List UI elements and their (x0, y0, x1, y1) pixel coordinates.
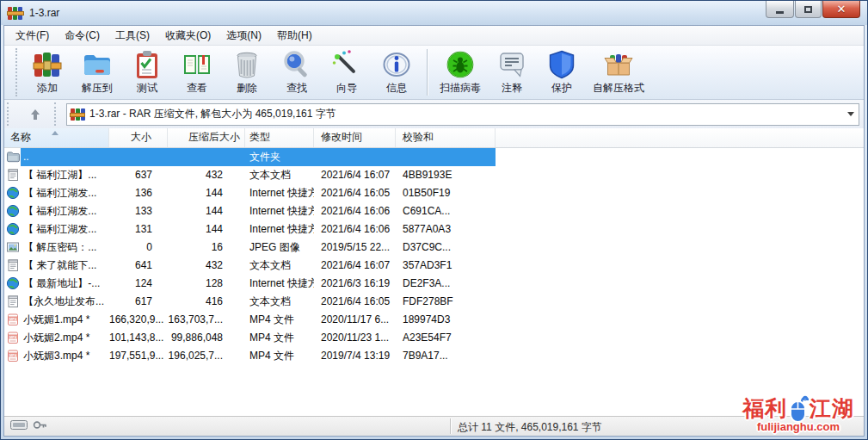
row-body[interactable]: 【 福利江湖发...136144Internet 快捷方式2021/6/4 16… (21, 184, 496, 202)
toolbar-gripper (15, 48, 20, 96)
menu-item-5[interactable]: 选项(N) (219, 26, 269, 46)
table-row[interactable]: MP4小妩媚1.mp4 *166,320,9...163,703,7...MP4… (4, 311, 864, 329)
toolbar-button-label: 解压到 (82, 81, 113, 96)
toolbar-button-test[interactable]: 测试 (122, 46, 172, 97)
cell-packed (168, 148, 245, 166)
key-icon[interactable] (33, 419, 47, 433)
cell-packed: 163,703,7... (168, 311, 245, 329)
row-body[interactable]: 【 福利江湖】...637432文本文档2021/6/4 16:074BB919… (21, 166, 496, 184)
row-body[interactable]: 小妩媚3.mp4 *197,551,9...196,025,7...MP4 文件… (21, 347, 496, 365)
svg-text:MP4: MP4 (9, 317, 17, 321)
menu-item-6[interactable]: 帮助(H) (269, 26, 320, 46)
close-button[interactable]: ✕ (822, 1, 860, 18)
svg-text:MP4: MP4 (9, 353, 17, 357)
cell-size: 101,143,8... (109, 329, 168, 347)
cell-size (109, 148, 168, 166)
table-row[interactable]: 【 福利江湖发...131144Internet 快捷方式2021/6/4 16… (4, 220, 864, 239)
toolbar: 添加解压到测试查看删除查找向导信息扫描病毒注释保护自解压格式 (4, 46, 864, 100)
row-body[interactable]: 【 福利江湖发...131144Internet 快捷方式2021/6/4 16… (21, 220, 496, 239)
table-row[interactable]: 【 解压密码：...016JPEG 图像2019/5/15 22...D37C9… (4, 239, 864, 257)
file-list: 名称大小压缩后大小类型修改时间校验和 ..文件夹【 福利江湖】...637432… (4, 128, 864, 417)
toolbar-button-comment[interactable]: 注释 (487, 46, 537, 97)
toolbar-button-label: 保护 (551, 81, 572, 96)
svg-text:MP4: MP4 (9, 335, 17, 339)
cell-size: 131 (109, 220, 168, 239)
cell-sum: 5877A0A3 (396, 220, 496, 239)
toolbar-button-view[interactable]: 查看 (172, 46, 222, 97)
table-row[interactable]: MP4小妩媚3.mp4 *197,551,9...196,025,7...MP4… (4, 347, 864, 365)
menu-item-4[interactable]: 收藏夹(O) (157, 26, 219, 46)
row-body[interactable]: 小妩媚1.mp4 *166,320,9...163,703,7...MP4 文件… (21, 311, 496, 329)
table-row[interactable]: 【 最新地址】-...124128Internet 快捷方式2021/6/3 1… (4, 275, 864, 293)
toolbar-button-protect[interactable]: 保护 (537, 46, 587, 97)
text-icon (6, 168, 20, 182)
table-row[interactable]: 【 福利江湖】...637432文本文档2021/6/4 16:074BB919… (4, 166, 864, 184)
selected-row-body[interactable]: ..文件夹 (21, 148, 496, 166)
minimize-button[interactable] (766, 1, 794, 18)
wizard-icon (331, 49, 362, 80)
column-header-2[interactable]: 大小 (109, 128, 168, 147)
row-body[interactable]: 【 来了就能下...641432文本文档2021/6/4 16:07357AD3… (21, 257, 496, 275)
row-body[interactable]: 【 解压密码：...016JPEG 图像2019/5/15 22...D37C9… (21, 239, 496, 257)
address-bar: 1-3.rar - RAR 压缩文件, 解包大小为 465,019,161 字节 (4, 100, 864, 129)
menu-item-3[interactable]: 工具(S) (108, 26, 157, 46)
archive-path-combobox[interactable]: 1-3.rar - RAR 压缩文件, 解包大小为 465,019,161 字节 (66, 103, 859, 126)
column-header-6[interactable]: 校验和 (396, 128, 496, 147)
cell-mod: 2021/6/4 16:05 (314, 184, 396, 202)
up-one-level-button[interactable] (19, 103, 52, 126)
table-row[interactable]: ..文件夹 (4, 148, 864, 166)
table-row[interactable]: 【永久地址发布...617416文本文档2021/6/4 16:05FDF278… (4, 293, 864, 311)
toolbar-button-label: 删除 (237, 81, 257, 96)
toolbar-button-label: 向导 (336, 81, 357, 96)
toolbar-button-find[interactable]: 查找 (272, 46, 322, 97)
cell-name: 【 福利江湖发... (21, 184, 109, 202)
row-body[interactable]: 【 福利江湖发...133144Internet 快捷方式2021/6/4 16… (21, 202, 496, 220)
cell-packed: 99,886,048 (168, 329, 245, 347)
menu-item-2[interactable]: 命令(C) (57, 26, 108, 46)
toolbar-button-scan[interactable]: 扫描病毒 (434, 46, 487, 97)
cell-type: Internet 快捷方式 (245, 275, 314, 293)
cell-size: 136 (109, 184, 168, 202)
column-header-5[interactable]: 修改时间 (314, 128, 396, 147)
title-bar: 1-3.rar ✕ (1, 1, 867, 25)
drive-icon[interactable] (10, 419, 28, 433)
row-body[interactable]: 小妩媚2.mp4 *101,143,8...99,886,048MP4 文件20… (21, 329, 496, 347)
toolbar-button-sfx[interactable]: 自解压格式 (587, 46, 650, 97)
cell-type: Internet 快捷方式 (245, 202, 314, 220)
toolbar-button-extract[interactable]: 解压到 (72, 46, 122, 97)
cell-type: 文件夹 (245, 148, 314, 166)
archive-info-text: 1-3.rar - RAR 压缩文件, 解包大小为 465,019,161 字节 (89, 107, 843, 121)
cell-mod: 2021/6/4 16:07 (314, 166, 396, 184)
cell-type: MP4 文件 (245, 311, 314, 329)
cell-name: .. (21, 148, 109, 166)
toolbar-button-delete[interactable]: 删除 (222, 46, 272, 97)
cell-packed: 432 (168, 166, 245, 184)
cell-sum: DE2F3A... (396, 275, 496, 293)
table-row[interactable]: MP4小妩媚2.mp4 *101,143,8...99,886,048MP4 文… (4, 329, 864, 347)
column-header-3[interactable]: 压缩后大小 (168, 128, 245, 147)
menu-item-1[interactable]: 文件(F) (8, 26, 57, 46)
column-header-4[interactable]: 类型 (245, 128, 314, 147)
comment-icon (496, 49, 527, 80)
cell-packed: 196,025,7... (168, 347, 245, 365)
mp4-icon: MP4 (6, 313, 20, 326)
cell-type: MP4 文件 (245, 347, 314, 365)
column-header-1[interactable]: 名称 (4, 128, 109, 147)
mp4-icon: MP4 (6, 331, 20, 344)
table-row[interactable]: 【 福利江湖发...136144Internet 快捷方式2021/6/4 16… (4, 184, 864, 202)
maximize-button[interactable] (795, 1, 822, 18)
table-row[interactable]: 【 来了就能下...641432文本文档2021/6/4 16:07357AD3… (4, 257, 864, 275)
toolbar-button-wizard[interactable]: 向导 (322, 46, 372, 97)
url-icon (6, 222, 20, 236)
row-body[interactable]: 【 最新地址】-...124128Internet 快捷方式2021/6/3 1… (21, 275, 496, 293)
toolbar-button-info[interactable]: 信息 (372, 46, 422, 97)
statusbar-separator (450, 418, 452, 434)
toolbar-button-label: 查找 (286, 81, 307, 96)
cell-sum: 4BB9193E (396, 166, 496, 184)
row-body[interactable]: 【永久地址发布...617416文本文档2021/6/4 16:05FDF278… (21, 293, 496, 311)
protect-icon (546, 49, 577, 80)
scan-icon (445, 49, 476, 80)
table-row[interactable]: 【 福利江湖发...133144Internet 快捷方式2021/6/4 16… (4, 202, 864, 220)
combobox-dropdown-button[interactable] (843, 112, 859, 116)
toolbar-button-add[interactable]: 添加 (22, 46, 72, 97)
